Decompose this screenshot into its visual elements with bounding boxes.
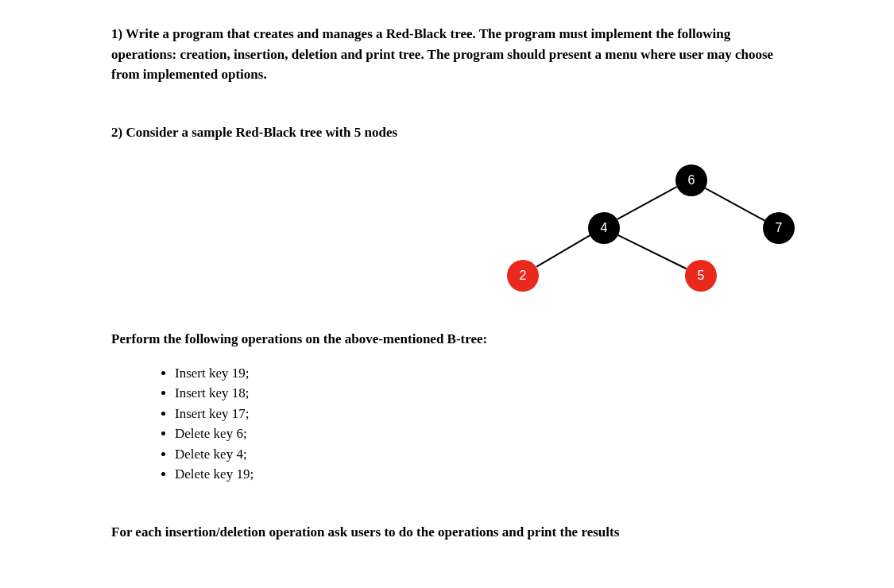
tree-node-7: 7 xyxy=(763,212,795,244)
operation-item: Delete key 19; xyxy=(175,464,783,485)
tree-edge xyxy=(536,234,590,267)
tree-node-6: 6 xyxy=(675,164,707,196)
operation-item: Delete key 4; xyxy=(175,444,783,465)
operation-item: Insert key 19; xyxy=(175,363,783,384)
tree-edge xyxy=(705,188,765,222)
final-instruction: For each insertion/deletion operation as… xyxy=(111,524,783,540)
document-content: 1) Write a program that creates and mana… xyxy=(0,0,894,564)
operation-item: Delete key 6; xyxy=(175,424,783,444)
operation-item: Insert key 17; xyxy=(175,404,783,424)
operation-item: Insert key 18; xyxy=(175,383,783,404)
tree-edge xyxy=(617,234,687,269)
tree-node-4: 4 xyxy=(588,212,620,244)
tree-edge xyxy=(617,186,678,220)
question-1: 1) Write a program that creates and mana… xyxy=(111,24,783,85)
operations-list: Insert key 19;Insert key 18;Insert key 1… xyxy=(111,363,783,485)
question-2-heading: 2) Consider a sample Red-Black tree with… xyxy=(111,125,783,141)
tree-node-2: 2 xyxy=(507,260,539,292)
rb-tree-diagram: 64725 xyxy=(111,157,783,315)
perform-heading: Perform the following operations on the … xyxy=(111,331,783,347)
tree-node-5: 5 xyxy=(685,260,717,292)
